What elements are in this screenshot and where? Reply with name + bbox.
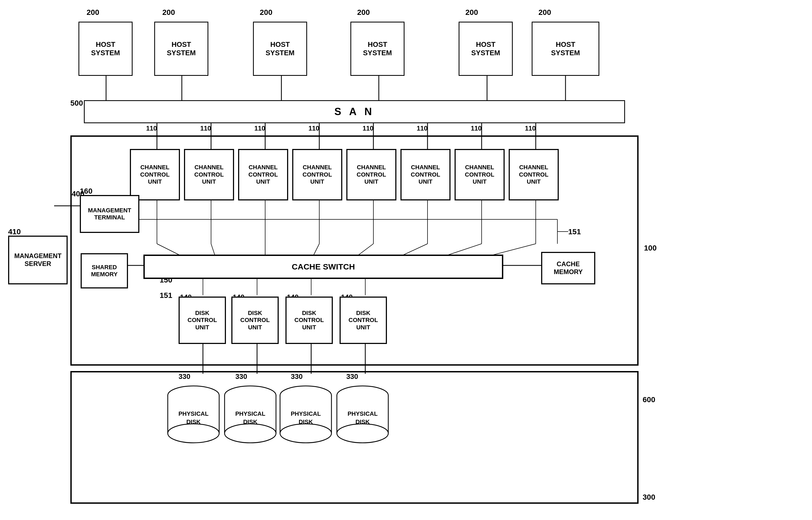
- diagram-container: 200 HOSTSYSTEM 200 HOSTSYSTEM 200 HOSTSY…: [0, 0, 812, 520]
- host-system-4: HOSTSYSTEM: [351, 22, 404, 76]
- ref-330-2: 330: [235, 372, 247, 381]
- ccu-8: CHANNELCONTROLUNIT: [509, 149, 559, 201]
- ref-300: 300: [643, 493, 655, 501]
- management-server-box: MANAGEMENTSERVER: [8, 236, 68, 284]
- svg-text:DISK: DISK: [356, 418, 370, 425]
- ref-500: 500: [71, 99, 83, 107]
- ref-200-2: 200: [162, 8, 175, 17]
- ref-330-3: 330: [291, 372, 303, 381]
- ccu-6: CHANNELCONTROLUNIT: [400, 149, 450, 201]
- dcu-3: DISKCONTROLUNIT: [285, 296, 333, 344]
- physical-disk-3: PHYSICAL DISK: [279, 385, 333, 444]
- ref-200-6: 200: [538, 8, 551, 17]
- ref-200-5: 200: [466, 8, 478, 17]
- host-system-3: HOSTSYSTEM: [253, 22, 307, 76]
- ref-100: 100: [644, 244, 657, 253]
- management-terminal-box: MANAGEMENTTERMINAL: [80, 195, 139, 233]
- host-system-2: HOSTSYSTEM: [154, 22, 208, 76]
- ccu-7: CHANNELCONTROLUNIT: [454, 149, 505, 201]
- svg-point-48: [168, 424, 219, 443]
- ccu-2: CHANNELCONTROLUNIT: [184, 149, 234, 201]
- ref-110-8: 110: [525, 125, 536, 132]
- ref-110-2: 110: [200, 125, 211, 132]
- ccu-5: CHANNELCONTROLUNIT: [346, 149, 396, 201]
- ref-330-4: 330: [346, 372, 358, 381]
- ref-110-6: 110: [417, 125, 427, 132]
- dcu-2: DISKCONTROLUNIT: [231, 296, 279, 344]
- san-bar: S A N: [84, 100, 625, 123]
- ccu-1: CHANNELCONTROLUNIT: [130, 149, 180, 201]
- ref-200-4: 200: [357, 8, 370, 17]
- ref-110-1: 110: [146, 125, 157, 132]
- svg-text:DISK: DISK: [299, 418, 313, 425]
- host-system-6: HOSTSYSTEM: [532, 22, 599, 76]
- ref-110-5: 110: [363, 125, 373, 132]
- cache-switch-bar: CACHE SWITCH: [143, 255, 503, 279]
- physical-disk-2: PHYSICAL DISK: [223, 385, 277, 444]
- ref-200-3: 200: [260, 8, 273, 17]
- ref-600: 600: [643, 395, 655, 404]
- svg-text:PHYSICAL: PHYSICAL: [178, 410, 208, 417]
- svg-text:PHYSICAL: PHYSICAL: [235, 410, 265, 417]
- physical-disk-1: PHYSICAL DISK: [166, 385, 221, 444]
- host-system-5: HOSTSYSTEM: [459, 22, 513, 76]
- svg-text:PHYSICAL: PHYSICAL: [290, 410, 320, 417]
- svg-text:DISK: DISK: [243, 418, 258, 425]
- cache-memory-box: CACHEMEMORY: [541, 252, 595, 284]
- svg-point-69: [337, 424, 388, 443]
- ccu-4: CHANNELCONTROLUNIT: [292, 149, 342, 201]
- ccu-3: CHANNELCONTROLUNIT: [238, 149, 288, 201]
- ref-200-1: 200: [87, 8, 99, 17]
- physical-disk-4: PHYSICAL DISK: [336, 385, 390, 444]
- ref-151-1: 151: [568, 228, 581, 236]
- svg-text:DISK: DISK: [187, 418, 201, 425]
- ref-151-2: 151: [160, 291, 172, 300]
- svg-point-55: [225, 424, 276, 443]
- svg-text:PHYSICAL: PHYSICAL: [347, 410, 377, 417]
- dcu-4: DISKCONTROLUNIT: [340, 296, 387, 344]
- shared-memory-box: SHAREDMEMORY: [81, 253, 128, 288]
- svg-point-62: [280, 424, 332, 443]
- ref-410: 410: [8, 228, 21, 236]
- ref-160: 160: [80, 187, 92, 196]
- ref-110-4: 110: [308, 125, 319, 132]
- ref-110-3: 110: [254, 125, 265, 132]
- ref-330-1: 330: [178, 372, 190, 381]
- dcu-1: DISKCONTROLUNIT: [178, 296, 226, 344]
- host-system-1: HOSTSYSTEM: [79, 22, 133, 76]
- ref-110-7: 110: [471, 125, 482, 132]
